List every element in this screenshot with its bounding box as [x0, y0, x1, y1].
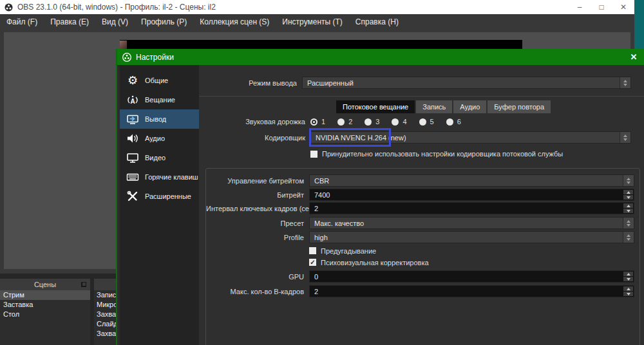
maximize-button[interactable]: □ — [591, 0, 612, 14]
spin-up-button[interactable] — [623, 272, 633, 276]
source-item[interactable]: Захват — [94, 310, 118, 319]
output-mode-select[interactable]: Расширенный — [302, 77, 631, 89]
sidebar-item-general[interactable]: ⚙ Общие — [120, 71, 199, 90]
keyboard-icon — [124, 170, 141, 184]
spin-down-button[interactable] — [623, 195, 633, 200]
spin-down-button[interactable] — [623, 209, 633, 213]
scenes-panel-title: Сцены — [34, 281, 56, 288]
source-item[interactable]: Запись — [94, 290, 118, 300]
bframes-row: Макс. кол-во B-кадров 2 — [206, 285, 634, 297]
window-controls: – □ ✕ — [569, 0, 634, 14]
tab-audio[interactable]: Аудио — [453, 100, 486, 113]
chevron-updown-icon — [623, 175, 634, 186]
psycho-visual-checkbox[interactable]: ✓ Психовизуальная корректировка — [309, 259, 429, 266]
window-titlebar: OBS 23.1.0 (64-bit, windows) - Профиль: … — [0, 0, 634, 14]
lookahead-checkbox[interactable]: Предугадывание — [309, 247, 376, 255]
sidebar-item-audio[interactable]: Аудио — [120, 129, 199, 148]
checkbox-icon — [310, 151, 317, 158]
radio-track-6[interactable]: 6 — [446, 118, 461, 126]
enforce-settings-checkbox[interactable]: Принудительно использовать настройки код… — [310, 150, 563, 158]
output-mode-row: Режим вывода Расширенный — [199, 77, 631, 89]
radio-track-4[interactable]: 4 — [392, 118, 406, 126]
menu-profile[interactable]: Профиль (P) — [135, 15, 193, 28]
spin-down-button[interactable] — [623, 292, 633, 296]
chevron-updown-icon — [620, 77, 630, 88]
menu-help[interactable]: Справка (H) — [349, 15, 405, 28]
keyframe-interval-label: Интервал ключевых кадров (сек, 0=авто) — [206, 205, 309, 212]
rate-control-row: Управление битрейтом CBR — [206, 174, 634, 187]
preset-row: Пресет Макс. качество — [206, 217, 634, 229]
sidebar-item-hotkeys[interactable]: Горячие клавиш — [120, 167, 199, 187]
bitrate-input[interactable]: 7400 — [309, 189, 634, 201]
spin-up-button[interactable] — [623, 203, 633, 208]
obs-logo-icon — [5, 3, 13, 12]
tab-streaming[interactable]: Потоковое вещание — [336, 100, 415, 113]
gpu-input[interactable]: 0 — [309, 270, 634, 283]
window-title: OBS 23.1.0 (64-bit, windows) - Профиль: … — [17, 3, 216, 12]
profile-select[interactable]: high — [309, 231, 634, 243]
gear-icon: ⚙ — [124, 73, 141, 88]
settings-sidebar: ⚙ Общие A Вещание — [120, 65, 199, 345]
source-item[interactable]: Микроф — [94, 300, 118, 310]
output-mode-label: Режим вывода — [199, 79, 302, 87]
audio-track-row: Звуковая дорожка 1 2 3 4 5 6 — [199, 117, 631, 127]
tab-replay-buffer[interactable]: Буфер повтора — [488, 100, 551, 113]
radio-track-1[interactable]: 1 — [310, 118, 325, 126]
undock-icon[interactable] — [81, 282, 86, 287]
menu-view[interactable]: Вид (V) — [95, 15, 135, 28]
tools-icon — [124, 189, 141, 203]
spin-up-button[interactable] — [623, 190, 633, 194]
rate-control-select[interactable]: CBR — [309, 174, 634, 187]
settings-main-panel: Режим вывода Расширенный Потоковое вещан… — [199, 65, 644, 345]
settings-dialog: Настройки ✕ ⚙ Общие A Вещание — [116, 49, 644, 345]
settings-close-button[interactable]: ✕ — [627, 49, 640, 65]
output-tabs: Потоковое вещание Запись Аудио Буфер пов… — [336, 100, 551, 113]
section-divider — [199, 96, 644, 97]
sidebar-item-output[interactable]: Вывод — [120, 109, 199, 129]
source-item[interactable]: Захват — [94, 329, 118, 339]
radio-track-2[interactable]: 2 — [337, 118, 352, 126]
scene-item[interactable]: Заставка — [0, 300, 90, 310]
bframes-input[interactable]: 2 — [309, 285, 634, 297]
sources-panel-header — [94, 279, 118, 290]
sidebar-item-advanced[interactable]: Расширенные — [120, 187, 199, 206]
chevron-updown-icon — [623, 218, 634, 228]
scenes-panel-header: Сцены — [0, 279, 90, 290]
scene-item[interactable]: Стол — [0, 310, 90, 319]
lookahead-row: Предугадывание — [206, 247, 634, 255]
audio-track-radios: 1 2 3 4 5 6 — [310, 118, 461, 126]
scene-item[interactable]: Стрим — [0, 290, 90, 300]
tab-recording[interactable]: Запись — [416, 100, 452, 113]
checkbox-checked-icon: ✓ — [309, 259, 316, 266]
keyframe-interval-row: Интервал ключевых кадров (сек, 0=авто) 2 — [206, 202, 634, 214]
sidebar-item-video[interactable]: Видео — [120, 148, 199, 167]
menu-file[interactable]: Файл (F) — [0, 15, 44, 28]
sources-list: Запись Микроф Захват Слайди Захват — [94, 290, 118, 345]
bframes-label: Макс. кол-во B-кадров — [206, 288, 309, 295]
source-item[interactable]: Слайди — [94, 319, 118, 329]
radio-dot-icon — [392, 118, 399, 126]
close-button[interactable]: ✕ — [612, 0, 634, 14]
chevron-updown-icon — [620, 132, 630, 143]
profile-row: Profile high — [206, 231, 634, 243]
radio-track-3[interactable]: 3 — [365, 118, 379, 126]
gpu-row: GPU 0 — [206, 270, 634, 283]
speaker-icon — [124, 131, 141, 145]
spin-down-button[interactable] — [623, 277, 633, 281]
menu-scene-collection[interactable]: Коллекция сцен (S) — [193, 15, 276, 28]
profile-label: Profile — [206, 234, 309, 241]
keyframe-interval-input[interactable]: 2 — [309, 202, 634, 214]
obs-logo-icon — [122, 53, 131, 62]
menu-edit[interactable]: Правка (E) — [44, 15, 95, 28]
menu-tools[interactable]: Инструменты (T) — [276, 15, 348, 28]
preset-select[interactable]: Макс. качество — [309, 217, 634, 229]
sidebar-item-stream[interactable]: A Вещание — [120, 90, 199, 109]
spin-up-button[interactable] — [623, 286, 633, 291]
enforce-settings-row: Принудительно использовать настройки код… — [199, 149, 631, 158]
desktop-wallpaper — [634, 0, 644, 49]
menu-bar: Файл (F) Правка (E) Вид (V) Профиль (P) … — [0, 14, 634, 29]
radio-track-5[interactable]: 5 — [419, 118, 434, 126]
bitrate-row: Битрейт 7400 — [206, 189, 634, 201]
broadcast-icon: A — [124, 93, 141, 107]
minimize-button[interactable]: – — [569, 0, 591, 14]
